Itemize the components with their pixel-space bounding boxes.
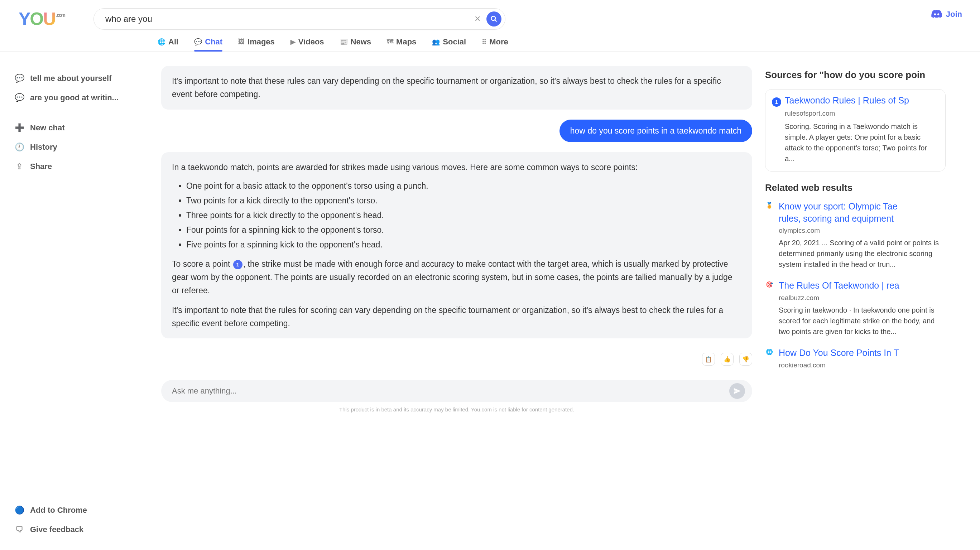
list-item: Two points for a kick directly to the op… xyxy=(186,194,741,207)
bottom-label: Add to Chrome xyxy=(30,505,87,515)
left-sidebar: 💬tell me about yourself 💬are you good at… xyxy=(0,52,150,548)
tab-chat[interactable]: 💬Chat xyxy=(194,32,223,51)
tab-label: Images xyxy=(248,37,275,46)
new-chat-button[interactable]: ➕New chat xyxy=(7,118,150,138)
related-domain: olympics.com xyxy=(779,227,946,235)
tab-label: Chat xyxy=(205,37,223,46)
logo[interactable]: YOU.com xyxy=(19,9,65,29)
assistant-message: In a taekwondo match, points are awarded… xyxy=(161,152,752,339)
chat-bubble-icon: 💬 xyxy=(14,93,24,102)
join-label: Join xyxy=(946,10,962,19)
answer-list: One point for a basic attack to the oppo… xyxy=(186,180,741,251)
chrome-icon: 🔵 xyxy=(14,505,24,515)
tab-label: Social xyxy=(443,37,466,46)
recent-chat-item[interactable]: 💬tell me about yourself xyxy=(7,69,150,88)
list-item: Five points for a spinning kick to the o… xyxy=(186,238,741,251)
social-icon: 👥 xyxy=(432,38,440,46)
join-button[interactable]: Join xyxy=(931,9,962,20)
sources-heading: Sources for "how do you score poin xyxy=(765,70,946,81)
assistant-text: It's important to note that the rules fo… xyxy=(172,304,741,330)
tabs: 🌐All 💬Chat 🖼Images ▶Videos 📰News 🗺Maps 👥… xyxy=(0,32,980,52)
tab-videos[interactable]: ▶Videos xyxy=(291,32,324,51)
related-result[interactable]: 🏅 Know your sport: Olympic Tae rules, sc… xyxy=(765,200,946,270)
assistant-text: In a taekwondo match, points are awarded… xyxy=(172,161,741,174)
action-label: New chat xyxy=(30,123,65,132)
share-button[interactable]: ⇪Share xyxy=(7,157,150,176)
recent-label: are you good at writin... xyxy=(30,93,119,102)
send-button[interactable] xyxy=(729,383,745,399)
tab-all[interactable]: 🌐All xyxy=(158,32,178,51)
assistant-text: To score a point 1, the strike must be m… xyxy=(172,258,741,297)
related-domain: realbuzz.com xyxy=(779,294,946,302)
search-input[interactable] xyxy=(105,14,469,24)
beta-disclaimer: This product is in beta and its accuracy… xyxy=(161,406,752,412)
share-icon: ⇪ xyxy=(14,162,24,171)
clock-icon: 🕘 xyxy=(14,143,24,152)
action-label: Share xyxy=(30,162,52,171)
discord-icon xyxy=(931,9,942,20)
assistant-text: It's important to note that these rules … xyxy=(172,76,721,99)
recent-chat-item[interactable]: 💬are you good at writin... xyxy=(7,88,150,107)
recent-label: tell me about yourself xyxy=(30,74,111,83)
clear-icon[interactable]: ✕ xyxy=(469,11,487,27)
videos-icon: ▶ xyxy=(291,38,296,46)
related-snippet: Apr 20, 2021 ... Scoring of a valid poin… xyxy=(779,237,946,270)
text-fragment: To score a point xyxy=(172,259,232,269)
favicon-icon: 🌐 xyxy=(765,348,774,357)
related-snippet: Scoring in taekwondo · In taekwondo one … xyxy=(779,305,946,337)
related-result[interactable]: 🌐 How Do You Score Points In T rookieroa… xyxy=(765,347,946,369)
favicon-icon: 🎯 xyxy=(765,281,774,290)
composer xyxy=(161,380,752,402)
related-title: How Do You Score Points In T xyxy=(779,347,899,359)
tab-news[interactable]: 📰News xyxy=(340,32,371,51)
tab-images[interactable]: 🖼Images xyxy=(238,32,275,51)
source-snippet: Scoring. Scoring in a Taekwondo match is… xyxy=(785,121,938,164)
tab-label: News xyxy=(351,37,371,46)
maps-icon: 🗺 xyxy=(387,38,393,46)
citation-badge[interactable]: 1 xyxy=(233,260,242,269)
list-item: Four points for a spinning kick to the o… xyxy=(186,223,741,237)
all-icon: 🌐 xyxy=(158,38,165,46)
user-message: how do you score points in a taekwondo m… xyxy=(560,119,752,142)
source-title: Taekwondo Rules | Rules of Sp xyxy=(785,95,909,105)
related-result[interactable]: 🎯 The Rules Of Taekwondo | rea realbuzz.… xyxy=(765,280,946,337)
right-panel: Sources for "how do you score poin 1Taek… xyxy=(752,52,946,548)
news-icon: 📰 xyxy=(340,38,348,46)
favicon-icon: 🏅 xyxy=(765,202,774,211)
copy-button[interactable]: 📋 xyxy=(702,353,715,366)
history-button[interactable]: 🕘History xyxy=(7,138,150,157)
feedback-row: 📋 👍 👎 xyxy=(161,353,752,366)
search-button[interactable] xyxy=(487,11,501,27)
images-icon: 🖼 xyxy=(238,38,245,46)
add-to-chrome-button[interactable]: 🔵Add to Chrome xyxy=(7,501,150,520)
bottom-label: Give feedback xyxy=(30,525,83,534)
tab-more[interactable]: ⠿More xyxy=(482,32,508,51)
thumbs-down-button[interactable]: 👎 xyxy=(739,353,752,366)
source-number-badge: 1 xyxy=(772,97,781,107)
related-title: The Rules Of Taekwondo | rea xyxy=(779,280,946,292)
source-domain: rulesofsport.com xyxy=(785,110,938,118)
chat-area: It's important to note that these rules … xyxy=(150,52,752,548)
svg-line-1 xyxy=(495,20,496,21)
search-bar: ✕ xyxy=(94,8,505,30)
composer-input[interactable] xyxy=(172,386,729,396)
text-fragment: , the strike must be made with enough fo… xyxy=(172,259,732,295)
chat-icon: 💬 xyxy=(194,38,202,46)
source-card[interactable]: 1Taekwondo Rules | Rules of Sp rulesofsp… xyxy=(765,89,946,172)
tab-social[interactable]: 👥Social xyxy=(432,32,466,51)
related-heading: Related web results xyxy=(765,182,946,193)
feedback-icon: 🗨 xyxy=(14,525,24,534)
assistant-message: It's important to note that these rules … xyxy=(161,66,752,110)
related-title: Know your sport: Olympic Tae xyxy=(779,200,946,213)
plus-icon: ➕ xyxy=(14,123,24,132)
list-item: Three points for a kick directly to the … xyxy=(186,209,741,222)
thumbs-up-button[interactable]: 👍 xyxy=(721,353,733,366)
action-label: History xyxy=(30,143,57,152)
chat-bubble-icon: 💬 xyxy=(14,74,24,83)
logo-com: .com xyxy=(56,12,65,18)
give-feedback-button[interactable]: 🗨Give feedback xyxy=(7,520,150,539)
related-domain: rookieroad.com xyxy=(779,361,899,369)
tab-maps[interactable]: 🗺Maps xyxy=(387,32,416,51)
more-icon: ⠿ xyxy=(482,38,487,46)
related-title: rules, scoring and equipment xyxy=(779,213,946,225)
